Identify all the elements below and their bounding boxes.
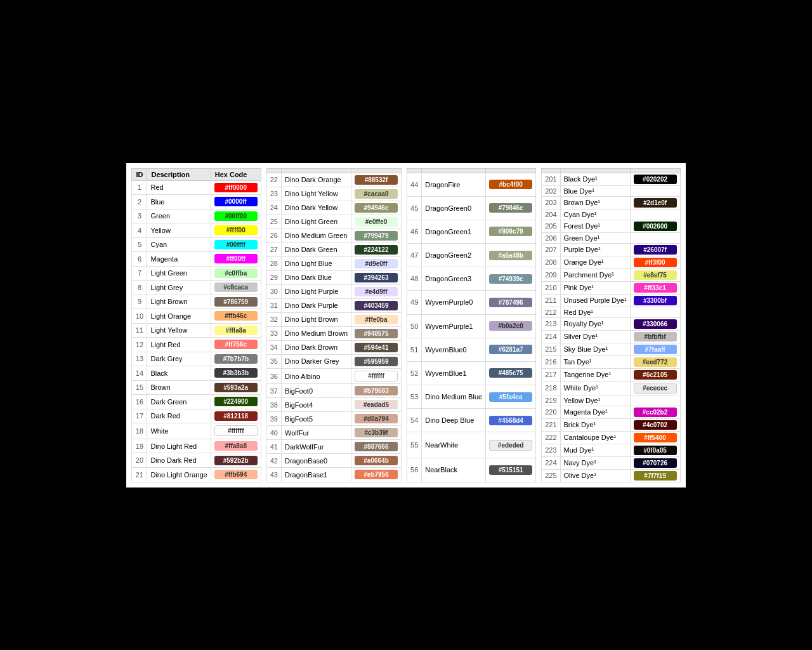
color-hex: #ffb694	[211, 467, 261, 482]
color-id: 14	[132, 366, 147, 381]
table-row: 215Sky Blue Dye¹#7faaff	[542, 343, 680, 355]
color-id: 26	[266, 229, 281, 242]
color-table-4: 201Black Dye¹#020202202Blue Dye¹203Brown…	[541, 168, 680, 482]
color-hex: #593a2a	[211, 380, 261, 395]
color-id: 42	[266, 454, 281, 468]
color-description: Black Dye¹	[560, 173, 630, 185]
color-id: 215	[542, 343, 560, 355]
table-row: 11Light Yellow#fffa8a	[132, 323, 261, 338]
color-description: Black	[147, 366, 211, 381]
color-id: 204	[542, 209, 560, 220]
color-hex: #799479	[351, 229, 402, 242]
table-row: 50WyvernPurple1#b0a2c0	[407, 314, 536, 338]
table-row: 32Dino Light Brown#ffe0ba	[266, 312, 401, 326]
color-id: 7	[132, 266, 147, 281]
color-hex: #595959	[351, 354, 402, 368]
color-hex: #7b7b7b	[211, 352, 261, 366]
table-row: 14Black#3b3b3b	[132, 366, 261, 381]
color-description: Tangerine Dye¹	[560, 368, 630, 381]
col4-id-header	[542, 168, 560, 173]
color-description: WyvernPurple0	[422, 291, 486, 314]
color-hex: #ffe0ba	[351, 312, 402, 326]
color-hex: #020202	[630, 173, 680, 185]
color-hex: #2d1e0f	[630, 196, 680, 209]
color-id: 214	[542, 330, 560, 343]
color-id: 34	[266, 340, 281, 354]
color-hex: #c0ffba	[211, 266, 261, 281]
color-id: 41	[266, 440, 281, 454]
color-hex: #ffff00	[211, 223, 261, 238]
color-hex: #cacaa0	[351, 187, 402, 201]
color-hex: #ff5400	[630, 431, 680, 444]
table-row: 213Royalty Dye¹#330066	[542, 317, 680, 330]
color-id: 13	[132, 352, 147, 366]
color-id: 43	[266, 468, 281, 482]
color-description: Dino Light Yellow	[281, 187, 351, 201]
color-table-2: 22Dino Dark Orange#88532f23Dino Light Ye…	[266, 168, 402, 482]
color-hex: #ff0000	[211, 180, 261, 195]
color-id: 45	[407, 196, 422, 220]
table-row: 5Cyan#00ffff	[132, 237, 261, 252]
color-hex: #786759	[211, 295, 261, 309]
color-description: Magenta	[147, 252, 211, 267]
col3-hex-header	[486, 168, 536, 173]
color-description: Dino Dark Purple	[281, 298, 351, 312]
color-description: White	[147, 423, 211, 439]
table-row: 53Dino Medium Blue#5fa4ea	[407, 385, 536, 409]
color-id: 15	[132, 380, 147, 395]
color-id: 217	[542, 368, 560, 381]
color-id: 218	[542, 381, 560, 395]
color-hex: #594e41	[351, 340, 402, 354]
color-id: 10	[132, 309, 147, 324]
color-hex: #74939c	[486, 267, 536, 291]
table-row: 224Navy Dye¹#070726	[542, 456, 680, 469]
table-row: 21Dino Light Orange#ffb694	[132, 467, 261, 482]
table-row: 52WyvernBlue1#485c75	[407, 361, 536, 385]
color-hex: #909c79	[486, 220, 536, 243]
table-row: 16Dark Green#224900	[132, 395, 261, 409]
color-description: Blue	[147, 195, 211, 209]
table-row: 20Dino Dark Red#592b2b	[132, 453, 261, 468]
color-hex: #a0664b	[351, 454, 402, 468]
color-description: WyvernBlue1	[422, 361, 486, 385]
color-id: 47	[407, 244, 422, 267]
table-row: 55NearWhite#ededed	[407, 432, 536, 458]
color-description: Dino Light Red	[147, 439, 211, 453]
color-description: Silver Dye¹	[560, 330, 630, 343]
color-hex: #515151	[486, 458, 536, 482]
table-row: 37BigFoot0#b79683	[266, 384, 401, 398]
color-description: Cantaloupe Dye¹	[560, 431, 630, 444]
color-id: 24	[266, 201, 281, 215]
color-description: Cyan Dye¹	[560, 209, 630, 220]
color-description: Light Red	[147, 338, 211, 352]
color-description: Dino Light Brown	[281, 312, 351, 326]
color-hex: #26007f	[630, 243, 680, 256]
color-hex: #c8caca	[211, 281, 261, 295]
color-id: 25	[266, 215, 281, 229]
table-row: 206Green Dye¹	[542, 232, 680, 243]
table-row: 22Dino Dark Orange#88532f	[266, 173, 401, 187]
color-description: White Dye¹	[560, 381, 630, 395]
color-hex: #eb7956	[351, 468, 402, 482]
table-row: 214Silver Dye¹#bfbfbf	[542, 330, 680, 343]
color-hex: #bc4f00	[486, 173, 536, 196]
color-id: 224	[542, 456, 560, 469]
color-hex: #787496	[486, 291, 536, 314]
table-row: 49WyvernPurple0#787496	[407, 291, 536, 314]
color-description: Dino Dark Green	[281, 242, 351, 256]
table-row: 41DarkWolfFur#887666	[266, 440, 401, 454]
color-description: Orange Dye¹	[560, 256, 630, 269]
table-row: 33Dino Medium Brown#948575	[266, 326, 401, 340]
color-description: DragonBase1	[281, 468, 351, 482]
color-id: 16	[132, 395, 147, 409]
color-description: Dino Dark Yellow	[281, 201, 351, 215]
color-description: Royalty Dye¹	[560, 317, 630, 330]
color-description: Light Green	[147, 266, 211, 281]
table-row: 24Dino Dark Yellow#94946c	[266, 201, 401, 215]
color-hex: #592b2b	[211, 453, 261, 468]
color-description: Blue Dye¹	[560, 185, 630, 196]
color-hex: #224122	[351, 242, 402, 256]
color-id: 201	[542, 173, 560, 185]
table-row: 212Red Dye¹	[542, 307, 680, 317]
table-row: 223Mud Dye¹#0f0a05	[542, 444, 680, 456]
